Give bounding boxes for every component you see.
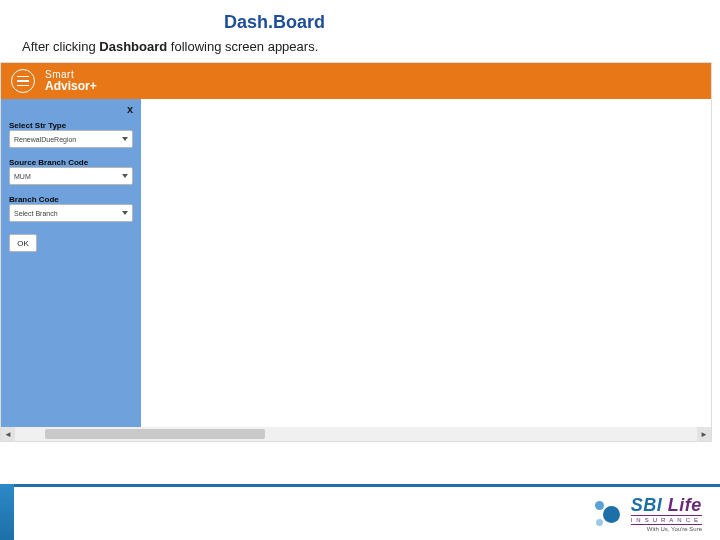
- sbi-logo: SBI Life INSURANCE With Us, You're Sure: [593, 496, 702, 532]
- ok-button[interactable]: OK: [9, 234, 37, 252]
- field-str-type: Select Str Type RenewalDueRegion: [9, 121, 133, 148]
- menu-icon[interactable]: [11, 69, 35, 93]
- select-source-branch[interactable]: MUM: [9, 167, 133, 185]
- caption-bold: Dashboard: [99, 39, 167, 54]
- page-title: Dash.Board: [0, 0, 720, 39]
- footer-content: SBI Life INSURANCE With Us, You're Sure: [14, 484, 720, 540]
- scroll-thumb[interactable]: [45, 429, 265, 439]
- field-source-branch: Source Branch Code MUM: [9, 158, 133, 185]
- app-frame: Smart Advisor+ x Select Str Type Renewal…: [0, 62, 712, 442]
- caption-post: following screen appears.: [167, 39, 318, 54]
- select-str-type[interactable]: RenewalDueRegion: [9, 130, 133, 148]
- scroll-track[interactable]: [15, 427, 697, 441]
- chevron-down-icon: [122, 137, 128, 141]
- sbi-logo-icon: [593, 499, 623, 529]
- sbi-logo-text: SBI Life INSURANCE With Us, You're Sure: [631, 496, 702, 532]
- sbi-brand: SBI: [631, 495, 663, 515]
- scroll-left-icon[interactable]: ◄: [1, 427, 15, 441]
- main-area: [141, 99, 711, 427]
- footer: SBI Life INSURANCE With Us, You're Sure: [0, 484, 720, 540]
- page-caption: After clicking Dashboard following scree…: [0, 39, 720, 62]
- select-branch-value: Select Branch: [14, 210, 58, 217]
- label-source-branch: Source Branch Code: [9, 158, 133, 167]
- select-str-type-value: RenewalDueRegion: [14, 136, 76, 143]
- label-str-type: Select Str Type: [9, 121, 133, 130]
- sbi-tag2: With Us, You're Sure: [631, 526, 702, 532]
- select-source-branch-value: MUM: [14, 173, 31, 180]
- caption-pre: After clicking: [22, 39, 99, 54]
- sbi-tag1: INSURANCE: [631, 515, 702, 525]
- scroll-right-icon[interactable]: ►: [697, 427, 711, 441]
- select-branch[interactable]: Select Branch: [9, 204, 133, 222]
- sidebar-panel: x Select Str Type RenewalDueRegion Sourc…: [1, 99, 141, 427]
- chevron-down-icon: [122, 211, 128, 215]
- app-body: x Select Str Type RenewalDueRegion Sourc…: [1, 99, 711, 427]
- app-brand: Smart Advisor+: [45, 70, 97, 92]
- label-branch: Branch Code: [9, 195, 133, 204]
- horizontal-scrollbar[interactable]: ◄ ►: [1, 427, 711, 441]
- sbi-brand2: Life: [668, 495, 702, 515]
- chevron-down-icon: [122, 174, 128, 178]
- brand-bottom: Advisor+: [45, 80, 97, 92]
- field-branch: Branch Code Select Branch: [9, 195, 133, 222]
- close-icon[interactable]: x: [127, 103, 133, 115]
- app-header: Smart Advisor+: [1, 63, 711, 99]
- footer-accent: [0, 484, 14, 540]
